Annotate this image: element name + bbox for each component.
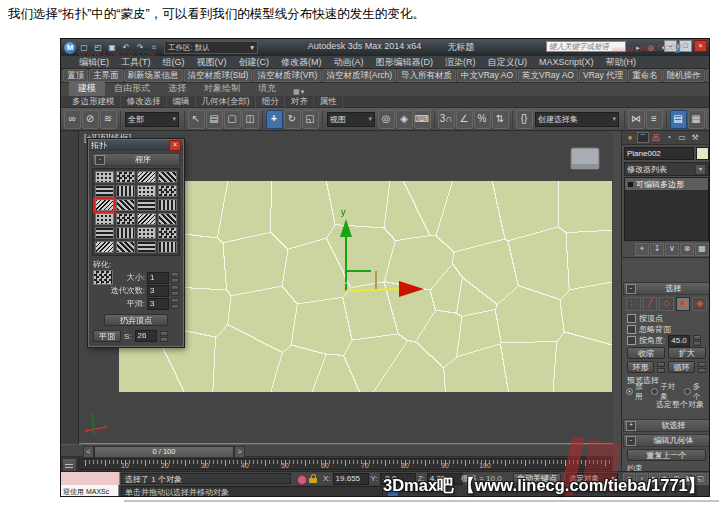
open-mini-curve-editor-icon[interactable] [62,458,77,472]
graphite-ribbon-toggle-icon[interactable]: ▦ [688,110,705,129]
pattern-cell[interactable] [158,241,177,253]
smooth-spinner[interactable] [171,298,179,309]
pattern-cell[interactable] [137,241,156,253]
hierarchy-tab-icon[interactable]: 品 [650,132,662,143]
ribbon-tab[interactable]: 自由形式 [105,81,159,96]
ribbon-panel-tab[interactable]: 编辑 [168,96,196,108]
view-cube[interactable] [571,148,599,169]
stack-item-editable-poly[interactable]: 可编辑多边形 [625,178,708,190]
procedurals-rollout-header[interactable]: - 程序 [92,153,180,166]
border-subobject-icon[interactable]: ◇ [659,297,674,311]
rollout-toggle[interactable]: + [626,421,636,431]
selection-lock-icon[interactable] [309,474,318,484]
pattern-cell[interactable] [137,185,156,197]
pattern-cell[interactable] [137,227,156,239]
ribbon-panel-tab[interactable]: 细分 [257,96,285,108]
ring-button[interactable]: 环形 [627,361,654,373]
ribbon-panel-tab[interactable]: 属性 [315,96,343,108]
pan-view-icon[interactable]: ↔ [707,473,710,485]
pattern-cell[interactable] [95,241,114,253]
s-threshold-field[interactable]: 26 [135,330,157,342]
plane-voronoi-mesh[interactable] [119,181,612,392]
reference-coordinate-dropdown[interactable]: 视图▾ [327,112,375,127]
ribbon-tab[interactable]: 选择 [159,81,195,96]
menu-item[interactable]: 动画(A) [328,56,370,69]
pin-stack-icon[interactable]: ⌖ [635,243,649,256]
select-and-scale-icon[interactable]: ◱ [302,110,319,129]
pattern-cell[interactable] [158,227,177,239]
pattern-cell[interactable] [116,227,135,239]
planar-button[interactable]: 平面 [93,330,121,342]
menu-item[interactable]: 自定义(U) [482,56,534,69]
script-toolbar-button[interactable]: 导入所有材质 [397,69,456,82]
curve-editor-icon[interactable]: ∿ [706,110,710,129]
script-toolbar-button[interactable]: 随机操作 [663,69,705,82]
iterations-spinner[interactable] [171,285,179,296]
discard-vertices-button[interactable]: 扔弃顶点 [104,314,168,326]
by-angle-checkbox[interactable] [627,336,636,345]
pattern-cell[interactable] [95,199,114,211]
polygon-subobject-icon[interactable]: ■ [676,297,691,311]
x-coordinate-field[interactable]: 19.655 [333,473,369,485]
pattern-cell[interactable] [95,185,114,197]
rollout-toggle[interactable]: - [95,155,105,165]
display-tab-icon[interactable]: ▭ [676,132,688,143]
ruler-track[interactable]: 102030405060708090100 [78,458,611,470]
pattern-cell[interactable] [137,213,156,225]
percent-snap-icon[interactable]: % [474,110,491,129]
pattern-cell[interactable] [158,199,177,211]
preview-multi-radio[interactable] [684,388,691,395]
ribbon-tab[interactable]: 填充 [249,81,285,96]
bind-to-space-warp-icon[interactable]: ≋ [100,110,117,129]
script-toolbar-button[interactable]: 中文VRay AO [457,69,517,82]
pattern-cell[interactable] [158,213,177,225]
script-toolbar-button[interactable]: VRay 代理 [579,69,627,82]
preview-subobj-radio[interactable] [651,388,658,395]
ribbon-panel-tab[interactable]: 对齐 [286,96,314,108]
s-threshold-spinner[interactable] [160,331,168,342]
menu-item[interactable]: 图形编辑器(D) [370,56,440,69]
named-selection-dropdown[interactable]: 创建选择集▾ [535,112,619,127]
close-button[interactable]: × [694,40,707,52]
pattern-cell[interactable] [95,171,114,183]
unlink-selection-icon[interactable]: ⊘ [82,110,99,129]
object-name-field[interactable]: Plane002 [624,147,694,160]
menu-item[interactable]: 渲染(R) [439,56,482,69]
select-and-manipulate-icon[interactable]: ◈ [396,110,413,129]
rollout-toggle[interactable]: - [626,436,636,446]
selection-rollout-header[interactable]: - 选择 [623,282,710,295]
selection-filter-dropdown[interactable]: 全部▾ [125,112,179,127]
configure-modifier-sets-icon[interactable]: ▦ [695,243,709,256]
window-crossing-icon[interactable]: ◫ [242,110,259,129]
preview-disable-radio[interactable] [626,388,633,395]
menu-item[interactable]: MAXScript(X) [533,57,600,67]
menu-item[interactable]: 创建(C) [233,56,276,69]
script-toolbar-button[interactable]: 清空材质球(Arch) [322,69,396,82]
make-unique-icon[interactable]: ∨ [665,243,679,256]
pattern-cell[interactable] [137,171,156,183]
select-object-icon[interactable]: ↖ [188,110,205,129]
script-toolbar-button[interactable]: 重命名 [628,69,662,82]
angle-snap-icon[interactable]: ∠ [456,110,473,129]
soft-selection-rollout-header[interactable]: + 软选择 [623,419,710,432]
menu-item[interactable]: 视图(V) [191,56,233,69]
menu-item[interactable]: 帮助(H) [600,56,643,69]
select-and-rotate-icon[interactable]: ↻ [284,110,301,129]
element-subobject-icon[interactable]: ◆ [692,297,707,311]
align-icon[interactable]: ≡ [646,110,663,129]
pattern-cell[interactable] [158,171,177,183]
mirror-icon[interactable]: ⋈ [628,110,645,129]
pattern-cell[interactable] [116,171,135,183]
pattern-cell[interactable] [116,185,135,197]
edge-subobject-icon[interactable]: ╱ [643,297,658,311]
vertex-subobject-icon[interactable]: ∷ [626,297,641,311]
pattern-cell[interactable] [95,213,114,225]
edit-geometry-rollout-header[interactable]: - 编辑几何体 [623,434,710,447]
topology-dialog-titlebar[interactable]: 拓扑 × [89,140,183,151]
ribbon-panel-tab[interactable]: 多边形建模 [67,96,121,108]
pattern-cell[interactable] [95,227,114,239]
by-vertex-checkbox[interactable] [627,314,636,323]
maxscript-listener[interactable] [61,472,120,486]
modifier-list-dropdown[interactable]: 修改器列表 ▾ [624,162,709,176]
select-and-move-icon[interactable]: + [266,110,283,129]
